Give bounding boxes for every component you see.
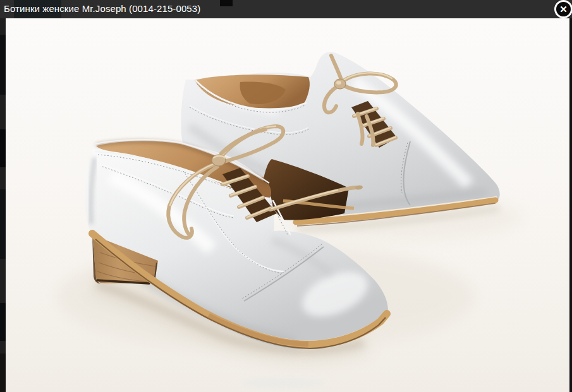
- close-icon: ✕: [559, 4, 568, 14]
- lightbox-overlay: Ботинки женские Mr.Joseph (0014-215-0053…: [0, 0, 572, 392]
- shoes-illustration: [6, 18, 569, 392]
- backdrop-left-strip: [0, 18, 6, 392]
- backdrop-remnant: [0, 189, 6, 259]
- close-button[interactable]: ✕: [554, 0, 572, 18]
- product-photo[interactable]: [6, 18, 569, 392]
- backdrop-right-strip: [569, 18, 572, 392]
- backdrop-remnant: [0, 35, 6, 95]
- backdrop-remnant: [0, 303, 6, 341]
- backdrop-remnant: [0, 129, 6, 167]
- lightbox-titlebar: Ботинки женские Mr.Joseph (0014-215-0053…: [0, 0, 572, 18]
- backdrop-remnant: [0, 353, 6, 392]
- lightbox-title: Ботинки женские Mr.Joseph (0014-215-0053…: [4, 0, 200, 18]
- backdrop-remnant: [220, 0, 233, 6]
